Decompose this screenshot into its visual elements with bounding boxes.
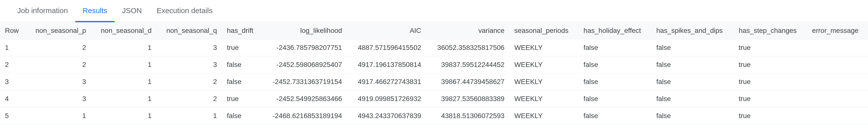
cell-row: 3 bbox=[0, 73, 26, 91]
cell-variance: 43818.51306072593 bbox=[426, 107, 509, 125]
cell-has_holiday_effect: false bbox=[579, 73, 651, 91]
cell-has_drift: true bbox=[222, 91, 261, 107]
cell-row: 4 bbox=[0, 91, 26, 107]
table-row[interactable]: 4312true-2452.5499258634664919.099851726… bbox=[0, 91, 868, 107]
cell-aic: 4917.196137850814 bbox=[347, 56, 426, 73]
cell-aic: 4943.243370637839 bbox=[347, 107, 426, 125]
col-seasonal-periods[interactable]: seasonal_periods bbox=[509, 22, 579, 39]
cell-error_message bbox=[807, 91, 868, 107]
cell-has_holiday_effect: false bbox=[579, 91, 651, 107]
col-aic[interactable]: AIC bbox=[347, 22, 426, 39]
cell-has_drift: true bbox=[222, 39, 261, 56]
cell-seasonal_periods: WEEKLY bbox=[509, 91, 579, 107]
col-row[interactable]: Row bbox=[0, 22, 26, 39]
cell-seasonal_periods: WEEKLY bbox=[509, 107, 579, 125]
col-has-spikes-and-dips[interactable]: has_spikes_and_dips bbox=[651, 22, 734, 39]
cell-error_message bbox=[807, 56, 868, 73]
cell-non_seasonal_q: 3 bbox=[157, 56, 222, 73]
table-row[interactable]: 3312false-2452.73313637191544917.4662727… bbox=[0, 73, 868, 91]
cell-has_holiday_effect: false bbox=[579, 56, 651, 73]
col-variance[interactable]: variance bbox=[426, 22, 509, 39]
cell-seasonal_periods: WEEKLY bbox=[509, 39, 579, 56]
cell-non_seasonal_d: 1 bbox=[91, 73, 156, 91]
cell-variance: 39837.59512244452 bbox=[426, 56, 509, 73]
tab-json[interactable]: JSON bbox=[115, 0, 149, 22]
cell-has_spikes_and_dips: false bbox=[651, 56, 734, 73]
tab-results[interactable]: Results bbox=[75, 0, 115, 22]
cell-has_drift: false bbox=[222, 56, 261, 73]
col-has-step-changes[interactable]: has_step_changes bbox=[734, 22, 807, 39]
cell-non_seasonal_q: 3 bbox=[157, 39, 222, 56]
col-has-holiday-effect[interactable]: has_holiday_effect bbox=[579, 22, 651, 39]
cell-variance: 39867.44739458627 bbox=[426, 73, 509, 91]
cell-has_drift: false bbox=[222, 73, 261, 91]
results-table-wrapper: Row non_seasonal_p non_seasonal_d non_se… bbox=[0, 22, 868, 125]
cell-has_spikes_and_dips: false bbox=[651, 91, 734, 107]
cell-has_spikes_and_dips: false bbox=[651, 73, 734, 91]
col-error-message[interactable]: error_message bbox=[807, 22, 868, 39]
cell-variance: 39827.53560883389 bbox=[426, 91, 509, 107]
cell-aic: 4917.466272743831 bbox=[347, 73, 426, 91]
cell-has_spikes_and_dips: false bbox=[651, 39, 734, 56]
cell-variance: 36052.358325817506 bbox=[426, 39, 509, 56]
cell-row: 2 bbox=[0, 56, 26, 73]
cell-has_step_changes: true bbox=[734, 107, 807, 125]
cell-log_likelihood: -2452.598068925407 bbox=[261, 56, 347, 73]
cell-non_seasonal_d: 1 bbox=[91, 56, 156, 73]
cell-non_seasonal_p: 3 bbox=[26, 73, 91, 91]
tab-execution-details[interactable]: Execution details bbox=[149, 0, 220, 22]
cell-has_step_changes: true bbox=[734, 39, 807, 56]
cell-log_likelihood: -2452.549925863466 bbox=[261, 91, 347, 107]
cell-aic: 4919.099851726932 bbox=[347, 91, 426, 107]
col-log-likelihood[interactable]: log_likelihood bbox=[261, 22, 347, 39]
cell-non_seasonal_p: 2 bbox=[26, 39, 91, 56]
cell-seasonal_periods: WEEKLY bbox=[509, 56, 579, 73]
cell-non_seasonal_p: 3 bbox=[26, 91, 91, 107]
results-table: Row non_seasonal_p non_seasonal_d non_se… bbox=[0, 22, 868, 125]
cell-non_seasonal_d: 1 bbox=[91, 39, 156, 56]
cell-has_step_changes: true bbox=[734, 56, 807, 73]
table-row[interactable]: 5111false-2468.62168531891944943.2433706… bbox=[0, 107, 868, 125]
cell-non_seasonal_q: 2 bbox=[157, 91, 222, 107]
cell-log_likelihood: -2468.6216853189194 bbox=[261, 107, 347, 125]
cell-log_likelihood: -2452.7331363719154 bbox=[261, 73, 347, 91]
cell-log_likelihood: -2436.785798207751 bbox=[261, 39, 347, 56]
cell-error_message bbox=[807, 73, 868, 91]
cell-has_holiday_effect: false bbox=[579, 107, 651, 125]
cell-non_seasonal_d: 1 bbox=[91, 107, 156, 125]
cell-non_seasonal_d: 1 bbox=[91, 91, 156, 107]
cell-non_seasonal_q: 2 bbox=[157, 73, 222, 91]
col-has-drift[interactable]: has_drift bbox=[222, 22, 261, 39]
col-non-seasonal-d[interactable]: non_seasonal_d bbox=[91, 22, 156, 39]
cell-has_spikes_and_dips: false bbox=[651, 107, 734, 125]
col-non-seasonal-q[interactable]: non_seasonal_q bbox=[157, 22, 222, 39]
cell-row: 5 bbox=[0, 107, 26, 125]
cell-has_drift: false bbox=[222, 107, 261, 125]
tab-job-information[interactable]: Job information bbox=[10, 0, 75, 22]
cell-seasonal_periods: WEEKLY bbox=[509, 73, 579, 91]
cell-has_holiday_effect: false bbox=[579, 39, 651, 56]
cell-error_message bbox=[807, 39, 868, 56]
cell-row: 1 bbox=[0, 39, 26, 56]
table-header-row: Row non_seasonal_p non_seasonal_d non_se… bbox=[0, 22, 868, 39]
table-row[interactable]: 1213true-2436.7857982077514887.571596415… bbox=[0, 39, 868, 56]
cell-non_seasonal_q: 1 bbox=[157, 107, 222, 125]
cell-error_message bbox=[807, 107, 868, 125]
cell-non_seasonal_p: 1 bbox=[26, 107, 91, 125]
cell-has_step_changes: true bbox=[734, 73, 807, 91]
cell-has_step_changes: true bbox=[734, 91, 807, 107]
col-non-seasonal-p[interactable]: non_seasonal_p bbox=[26, 22, 91, 39]
table-row[interactable]: 2213false-2452.5980689254074917.19613785… bbox=[0, 56, 868, 73]
tab-bar: Job information Results JSON Execution d… bbox=[0, 0, 868, 22]
cell-aic: 4887.571596415502 bbox=[347, 39, 426, 56]
cell-non_seasonal_p: 2 bbox=[26, 56, 91, 73]
